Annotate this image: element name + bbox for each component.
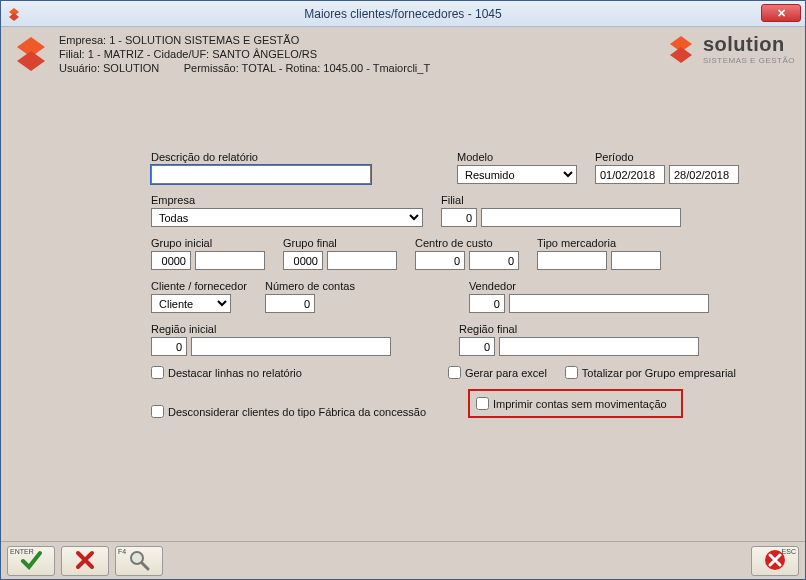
label-empresa: Empresa	[151, 194, 423, 206]
checkbox-destacar[interactable]	[151, 366, 164, 379]
select-empresa[interactable]: Todas	[151, 208, 423, 227]
header-permissao-label: Permissão:	[184, 62, 239, 74]
brand-logo-icon	[665, 33, 697, 65]
checkbox-desconsiderar[interactable]	[151, 405, 164, 418]
input-descricao[interactable]	[151, 165, 371, 184]
header-usuario-label: Usuário:	[59, 62, 100, 74]
checkbox-imprimir-sem-mov[interactable]	[476, 397, 489, 410]
header: Empresa: 1 - SOLUTION SISTEMAS E GESTÃO …	[1, 27, 805, 81]
check-totalizar[interactable]: Totalizar por Grupo empresarial	[565, 366, 736, 379]
input-vendedor-name[interactable]	[509, 294, 709, 313]
label-cliente-fornecedor: Cliente / fornecedor	[151, 280, 247, 292]
input-regiao-final-name[interactable]	[499, 337, 699, 356]
app-icon	[11, 33, 51, 73]
footer: ENTER F4 ESC	[1, 541, 805, 579]
input-centro-a[interactable]	[415, 251, 465, 270]
label-regiao-final: Região final	[459, 323, 699, 335]
label-numero-contas: Número de contas	[265, 280, 355, 292]
label-vendedor: Vendedor	[469, 280, 709, 292]
app-window: Maiores clientes/fornecedores - 1045 ✕ E…	[0, 0, 806, 580]
svg-line-7	[142, 563, 148, 569]
input-periodo-from[interactable]	[595, 165, 665, 184]
brand-name: solution	[703, 33, 795, 56]
label-periodo: Período	[595, 151, 739, 163]
header-filial-label: Filial:	[59, 48, 85, 60]
brand-subtitle: SISTEMAS E GESTÃO	[703, 56, 795, 65]
header-left: Empresa: 1 - SOLUTION SISTEMAS E GESTÃO …	[11, 33, 430, 75]
input-filial-code[interactable]	[441, 208, 477, 227]
label-modelo: Modelo	[457, 151, 577, 163]
button-esc[interactable]: ESC	[751, 546, 799, 576]
app-title-icon	[7, 7, 21, 21]
header-permissao-value: TOTAL - Rotina: 1045.00 - Tmaiorcli_T	[242, 62, 431, 74]
check-gerar-excel[interactable]: Gerar para excel	[448, 366, 547, 379]
checkbox-gerar-excel[interactable]	[448, 366, 461, 379]
brand-logo: solution SISTEMAS E GESTÃO	[665, 33, 795, 65]
svg-marker-5	[670, 47, 692, 63]
input-numero-contas[interactable]	[265, 294, 315, 313]
input-grupo-final-code[interactable]	[283, 251, 323, 270]
highlight-imprimir-sem-mov: Imprimir contas sem movimentação	[468, 389, 683, 418]
input-periodo-to[interactable]	[669, 165, 739, 184]
window-title: Maiores clientes/fornecedores - 1045	[304, 7, 501, 21]
label-filial: Filial	[441, 194, 681, 206]
search-icon	[128, 549, 150, 573]
label-grupo-inicial: Grupo inicial	[151, 237, 265, 249]
check-destacar[interactable]: Destacar linhas no relatório	[151, 366, 302, 379]
button-delete[interactable]	[61, 546, 109, 576]
label-regiao-inicial: Região inicial	[151, 323, 391, 335]
header-empresa-label: Empresa:	[59, 34, 106, 46]
x-icon	[74, 549, 96, 573]
input-grupo-final-name[interactable]	[327, 251, 397, 270]
check-desconsiderar[interactable]: Desconsiderar clientes do tipo Fábrica d…	[151, 405, 426, 418]
input-vendedor-code[interactable]	[469, 294, 505, 313]
button-search[interactable]: F4	[115, 546, 163, 576]
header-filial-value: 1 - MATRIZ - Cidade/UF: SANTO ÂNGELO/RS	[88, 48, 317, 60]
checkbox-totalizar[interactable]	[565, 366, 578, 379]
label-centro-custo: Centro de custo	[415, 237, 519, 249]
input-tipo-merc-b[interactable]	[611, 251, 661, 270]
check-imprimir-sem-mov[interactable]: Imprimir contas sem movimentação	[476, 397, 667, 410]
titlebar: Maiores clientes/fornecedores - 1045 ✕	[1, 1, 805, 27]
input-regiao-inicial-code[interactable]	[151, 337, 187, 356]
input-grupo-inicial-name[interactable]	[195, 251, 265, 270]
label-grupo-final: Grupo final	[283, 237, 397, 249]
input-regiao-inicial-name[interactable]	[191, 337, 391, 356]
header-empresa-value: 1 - SOLUTION SISTEMAS E GESTÃO	[109, 34, 299, 46]
svg-marker-1	[9, 13, 19, 21]
label-descricao: Descrição do relatório	[151, 151, 371, 163]
svg-marker-3	[17, 51, 45, 71]
form-area: Descrição do relatório Modelo Resumido P…	[1, 81, 805, 541]
input-centro-b[interactable]	[469, 251, 519, 270]
select-modelo[interactable]: Resumido	[457, 165, 577, 184]
input-filial-name[interactable]	[481, 208, 681, 227]
header-info: Empresa: 1 - SOLUTION SISTEMAS E GESTÃO …	[59, 33, 430, 75]
close-button[interactable]: ✕	[761, 4, 801, 22]
header-usuario-value: SOLUTION	[103, 62, 159, 74]
input-tipo-merc-a[interactable]	[537, 251, 607, 270]
input-regiao-final-code[interactable]	[459, 337, 495, 356]
label-tipo-mercadoria: Tipo mercadoria	[537, 237, 661, 249]
select-cliente-fornecedor[interactable]: Cliente	[151, 294, 231, 313]
input-grupo-inicial-code[interactable]	[151, 251, 191, 270]
button-enter[interactable]: ENTER	[7, 546, 55, 576]
